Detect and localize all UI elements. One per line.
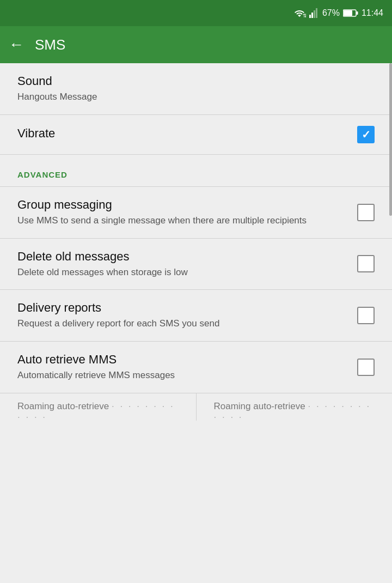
svg-rect-2 [311,13,313,18]
wifi-icon: ⇅ [293,8,306,18]
group-messaging-setting[interactable]: Group messaging Use MMS to send a single… [0,187,392,239]
roaming-right-label: Roaming auto-retrieve [214,401,305,411]
delivery-reports-title: Delivery reports [17,301,348,315]
svg-rect-1 [309,15,311,18]
sound-setting[interactable]: Sound Hangouts Message [0,63,392,115]
roaming-left-label: Roaming auto-retrieve [17,401,109,411]
sound-subtitle: Hangouts Message [17,90,366,104]
vibrate-setting[interactable]: Vibrate [0,115,392,155]
battery-percent: 67% [322,8,340,18]
status-bar: ⇅ 67% 11:44 [0,0,392,26]
time: 11:44 [362,8,383,18]
delete-old-messages-title: Delete old messages [17,250,348,264]
scrollbar-thumb[interactable] [389,63,392,216]
advanced-section-header: ADVANCED [0,155,392,187]
svg-rect-7 [344,10,352,16]
svg-rect-4 [316,8,317,18]
delete-old-messages-checkbox[interactable] [357,255,375,272]
battery-icon [343,9,358,17]
group-messaging-subtitle: Use MMS to send a single message when th… [17,214,348,227]
svg-text:⇅: ⇅ [303,13,306,18]
scrollbar-track [389,63,392,583]
app-title: SMS [35,37,65,53]
auto-retrieve-mms-subtitle: Automatically retrieve MMS messages [17,369,348,382]
delete-old-messages-setting[interactable]: Delete old messages Delete old messages … [0,239,392,290]
group-messaging-checkbox[interactable] [357,204,375,221]
app-bar: ← SMS [0,26,392,63]
advanced-label: ADVANCED [17,170,68,179]
svg-rect-3 [314,10,315,18]
auto-retrieve-mms-checkbox[interactable] [357,359,375,376]
vibrate-title: Vibrate [17,126,348,141]
group-messaging-title: Group messaging [17,198,348,212]
back-button[interactable]: ← [9,36,24,53]
settings-content: Sound Hangouts Message Vibrate ADVANCED … [0,63,392,583]
auto-retrieve-mms-setting[interactable]: Auto retrieve MMS Automatically retrieve… [0,342,392,393]
delivery-reports-checkbox[interactable] [357,307,375,324]
sound-title: Sound [17,74,366,88]
auto-retrieve-mms-title: Auto retrieve MMS [17,353,348,367]
signal-icon [309,8,319,18]
status-icons: ⇅ 67% 11:44 [293,8,383,18]
delivery-reports-subtitle: Request a delivery report for each SMS y… [17,317,348,330]
delivery-reports-setting[interactable]: Delivery reports Request a delivery repo… [0,290,392,342]
delete-old-messages-subtitle: Delete old messages when storage is low [17,266,348,279]
roaming-auto-retrieve-row: Roaming auto-retrieve · · · · · · · · · … [0,393,392,421]
svg-rect-6 [356,11,358,15]
vibrate-checkbox[interactable] [357,126,375,143]
